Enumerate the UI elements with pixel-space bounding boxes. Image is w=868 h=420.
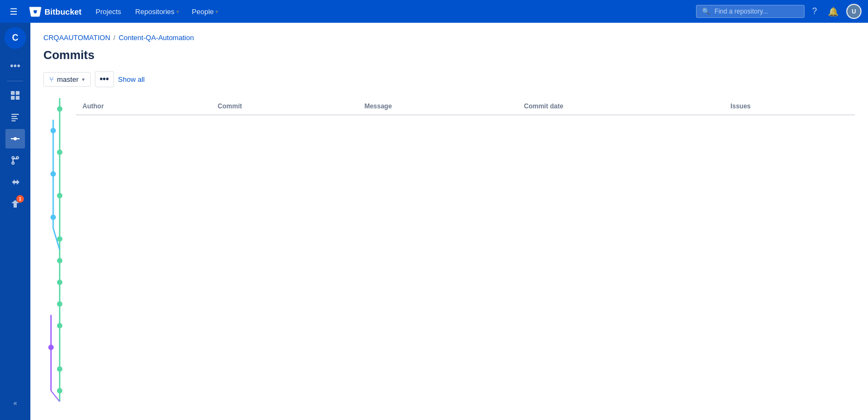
svg-rect-7 (11, 120, 16, 121)
bitbucket-logo[interactable]: Bitbucket (25, 5, 86, 17)
bitbucket-logo-text: Bitbucket (44, 7, 81, 16)
user-avatar[interactable]: U (846, 4, 861, 19)
col-author: Author (76, 98, 211, 115)
svg-point-28 (57, 280, 62, 285)
branch-selector-button[interactable]: ⑂ master ▾ (43, 72, 91, 87)
project-logo[interactable]: C (4, 27, 26, 49)
sidebar-item-commits[interactable] (5, 129, 25, 148)
sidebar-collapse-btn[interactable]: « (9, 395, 22, 411)
branch-icon: ⑂ (49, 75, 54, 83)
svg-point-33 (57, 388, 62, 393)
sidebar-more-icon[interactable]: ••• (7, 57, 24, 75)
pipelines-icon (10, 177, 20, 187)
commit-graph (43, 98, 76, 403)
sidebar-item-deployments[interactable]: 1 (5, 194, 25, 214)
svg-point-27 (57, 258, 62, 263)
top-navigation: ☰ Bitbucket Projects Repositories ▾ Peop… (0, 0, 868, 23)
help-icon[interactable]: ? (809, 4, 820, 18)
svg-rect-4 (11, 114, 19, 115)
left-sidebar: C ••• 1 « (0, 23, 30, 420)
table-header-row: Author Commit Message Commit date Issues (76, 98, 855, 115)
svg-point-22 (57, 150, 62, 155)
bitbucket-logo-svg (29, 5, 41, 17)
nav-repositories[interactable]: Repositories ▾ (131, 5, 183, 18)
branch-label: master (57, 75, 79, 83)
svg-point-8 (14, 137, 17, 140)
svg-rect-5 (11, 116, 17, 117)
show-all-link[interactable]: Show all (118, 75, 145, 83)
col-date: Commit date (518, 98, 724, 115)
overview-icon (10, 91, 20, 100)
svg-point-31 (48, 345, 54, 350)
col-message: Message (358, 98, 518, 115)
sidebar-divider-1 (7, 81, 23, 81)
breadcrumb-org[interactable]: CRQAAUTOMATION (43, 34, 110, 42)
source-icon (10, 112, 20, 122)
more-options-button[interactable]: ••• (95, 71, 114, 87)
breadcrumb-repo[interactable]: Content-QA-Automation (119, 34, 194, 42)
branches-icon (10, 156, 20, 165)
svg-rect-2 (11, 96, 15, 100)
search-bar[interactable]: 🔍 Find a repository... (696, 5, 805, 18)
branch-chevron-icon: ▾ (82, 76, 85, 82)
svg-point-30 (57, 323, 62, 328)
svg-rect-0 (11, 91, 15, 95)
nav-projects[interactable]: Projects (90, 5, 126, 18)
commits-icon (10, 134, 20, 144)
main-content: CRQAAUTOMATION / Content-QA-Automation C… (30, 23, 868, 420)
breadcrumb: CRQAAUTOMATION / Content-QA-Automation (43, 34, 855, 42)
svg-point-12 (12, 162, 14, 164)
svg-point-21 (50, 128, 56, 133)
sidebar-bottom: « (0, 391, 30, 420)
sidebar-item-branches[interactable] (5, 151, 25, 170)
commits-table: Author Commit Message Commit date Issues (76, 98, 855, 115)
deployments-badge: 1 (16, 195, 24, 203)
more-options-label: ••• (100, 74, 109, 84)
commits-table-container: Author Commit Message Commit date Issues (76, 98, 855, 403)
svg-point-24 (57, 193, 62, 198)
page-title: Commits (43, 48, 855, 62)
svg-rect-1 (16, 91, 20, 95)
sidebar-item-pipelines[interactable] (5, 172, 25, 192)
commits-table-wrapper: Author Commit Message Commit date Issues (43, 98, 855, 403)
search-placeholder-text: Find a repository... (714, 8, 768, 15)
svg-rect-3 (16, 96, 20, 100)
commit-graph-svg (43, 98, 76, 402)
hamburger-icon[interactable]: ☰ (7, 4, 21, 19)
svg-rect-6 (11, 118, 18, 119)
commits-toolbar: ⑂ master ▾ ••• Show all (43, 71, 855, 87)
sidebar-item-source[interactable] (5, 107, 25, 127)
avatar-initials: U (847, 5, 860, 18)
svg-point-32 (57, 366, 62, 372)
col-commit: Commit (211, 98, 358, 115)
sidebar-item-overview[interactable] (5, 86, 25, 105)
repositories-chevron: ▾ (176, 9, 179, 15)
svg-point-23 (50, 171, 56, 177)
project-initials: C (12, 33, 18, 43)
search-icon: 🔍 (702, 8, 710, 15)
notifications-icon[interactable]: 🔔 (825, 4, 842, 19)
nav-people[interactable]: People ▾ (188, 5, 222, 18)
svg-point-29 (57, 301, 62, 307)
svg-point-25 (50, 215, 56, 220)
breadcrumb-separator: / (113, 34, 116, 42)
svg-point-26 (57, 236, 62, 242)
col-issues: Issues (724, 98, 855, 115)
people-chevron: ▾ (215, 9, 218, 15)
svg-point-20 (57, 106, 62, 112)
